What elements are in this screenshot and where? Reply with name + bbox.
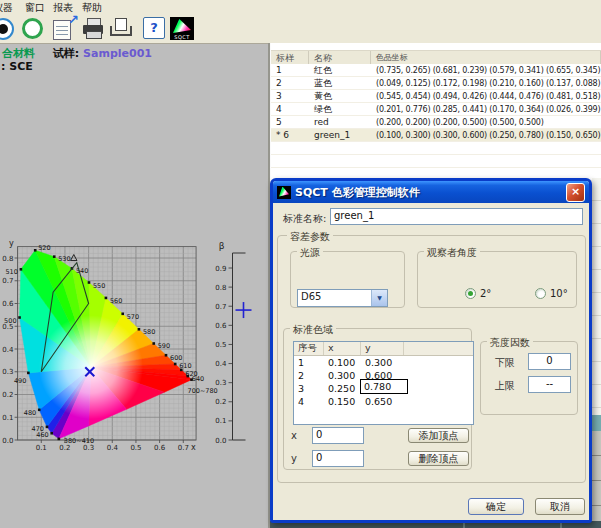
light-source-label: 光源 [297, 246, 323, 260]
sample-name: Sample001 [83, 47, 152, 60]
y-label: y [291, 453, 297, 464]
vertex-list-header: 序号xy [294, 342, 473, 356]
close-icon[interactable]: × [566, 183, 585, 202]
svg-text:0.5: 0.5 [215, 341, 226, 349]
sqct-logo-icon[interactable]: SQCT [170, 17, 195, 41]
vertex-list[interactable]: 序号xy 10.1000.30020.3000.60030.25040.1500… [293, 341, 474, 425]
cancel-button[interactable]: 取消 [535, 498, 585, 515]
svg-text:0.3: 0.3 [215, 379, 226, 387]
menu-instrument[interactable]: 仪器 [0, 1, 13, 15]
standards-row[interactable]: 5red(0.200, 0.200) (0.200, 0.500) (0.500… [271, 116, 601, 129]
svg-text:550: 550 [93, 282, 105, 290]
help-icon[interactable]: ? [143, 17, 168, 41]
standards-row[interactable]: 4绿色(0.201, 0.776) (0.285, 0.441) (0.170,… [271, 103, 601, 116]
vertex-column-header[interactable]: x [324, 342, 361, 355]
radio-selected-icon [465, 288, 476, 299]
y-input[interactable]: 0 [312, 450, 364, 467]
svg-text:470: 470 [32, 425, 44, 433]
ok-button[interactable]: 确定 [468, 498, 524, 515]
svg-text:β: β [219, 241, 225, 251]
radio-10deg-label: 10° [550, 288, 568, 299]
svg-text:y: y [9, 239, 14, 248]
svg-text:0.8: 0.8 [215, 284, 226, 292]
standards-row-empty[interactable] [271, 142, 601, 155]
svg-text:0.1: 0.1 [215, 417, 226, 425]
svg-text:0.2: 0.2 [215, 398, 226, 406]
standards-table-body: 1红色(0.735, 0.265) (0.681, 0.239) (0.579,… [271, 64, 601, 181]
standards-row[interactable]: 1红色(0.735, 0.265) (0.681, 0.239) (0.579,… [271, 64, 601, 77]
x-input[interactable]: 0 [312, 427, 364, 444]
svg-text:0.5: 0.5 [2, 323, 13, 331]
vertex-row[interactable]: 40.1500.650 [294, 395, 473, 408]
chromaticity-chart[interactable]: 380~410460470480490500510520530540550560… [0, 235, 268, 465]
standards-row[interactable]: * 6green_1(0.100, 0.300) (0.300, 0.600) … [271, 129, 601, 142]
standards-row[interactable]: 3黄色(0.545, 0.454) (0.494, 0.426) (0.444,… [271, 90, 601, 103]
radio-unselected-icon [535, 288, 546, 299]
standards-row-empty[interactable] [271, 155, 601, 168]
dialog-titlebar[interactable]: SQCT 色彩管理控制软件 × [273, 181, 589, 203]
svg-text:0.2: 0.2 [59, 444, 70, 452]
upper-limit-label: 上限 [495, 379, 515, 393]
svg-text:x: x [191, 443, 196, 452]
upper-limit-input[interactable]: -- [528, 376, 571, 393]
standard-gamut-label: 标准色域 [290, 323, 336, 337]
print-icon[interactable] [82, 17, 107, 41]
svg-text:490: 490 [14, 377, 26, 385]
vertex-column-header[interactable]: 序号 [294, 342, 324, 355]
svg-text:0.8: 0.8 [2, 255, 13, 263]
x-label: x [291, 430, 297, 441]
delete-vertex-button[interactable]: 删除顶点 [408, 451, 469, 466]
sqct-main-window: 仪器 窗口 报表 帮助 ↗ ? SQCT 合材料 [0, 0, 601, 528]
export-icon[interactable] [109, 17, 134, 41]
svg-text:0.4: 0.4 [107, 444, 119, 452]
svg-text:0.1: 0.1 [36, 444, 47, 452]
standard-name-label: 标准名称: [283, 212, 326, 226]
svg-text:0.0: 0.0 [215, 437, 226, 445]
svg-text:0.3: 0.3 [2, 368, 13, 376]
svg-text:560: 560 [110, 297, 122, 305]
chevron-down-icon[interactable]: ▼ [371, 290, 387, 306]
menu-window[interactable]: 窗口 [25, 1, 45, 15]
svg-text:0.7: 0.7 [2, 277, 13, 285]
add-vertex-button[interactable]: 添加顶点 [408, 428, 469, 443]
svg-text:0.6: 0.6 [215, 322, 227, 330]
lower-limit-input[interactable]: 0 [528, 353, 571, 370]
background-table-sliver [592, 178, 601, 521]
svg-text:580: 580 [143, 328, 155, 336]
mode-label: : SCE [1, 60, 33, 73]
svg-text:0.4: 0.4 [2, 346, 14, 354]
light-source-select[interactable]: D65 ▼ [297, 289, 388, 307]
report-icon[interactable]: ↗ [52, 17, 77, 41]
svg-text:510: 510 [5, 268, 17, 276]
svg-text:570: 570 [127, 313, 139, 321]
standards-row[interactable]: 2蓝色(0.049, 0.125) (0.172, 0.198) (0.210,… [271, 77, 601, 90]
svg-text:0.7: 0.7 [178, 444, 189, 452]
svg-text:0.2: 0.2 [2, 391, 13, 399]
sqct-logo-text: SQCT [170, 34, 194, 40]
svg-text:530: 530 [58, 255, 70, 263]
standard-name-input[interactable]: green_1 [330, 208, 583, 225]
sqct-dialog: SQCT 色彩管理控制软件 × 标准名称: green_1 容差参数 光源 D6… [270, 178, 592, 523]
column-header[interactable]: 标样 [271, 51, 309, 64]
observer-angle-label: 观察者角度 [424, 246, 480, 260]
radio-observer-10deg[interactable]: 10° [535, 288, 568, 299]
svg-text:0.1: 0.1 [2, 414, 13, 422]
measure-target-icon[interactable] [0, 17, 17, 41]
svg-text:700~780: 700~780 [188, 387, 218, 395]
sample-info-line: 合材料 试样: Sample001 [2, 46, 152, 61]
calibration-ring-icon[interactable] [21, 17, 46, 41]
dialog-title: SQCT 色彩管理控制软件 [295, 185, 566, 200]
svg-text:640: 640 [192, 375, 204, 383]
menu-help[interactable]: 帮助 [82, 1, 102, 15]
column-header[interactable]: 色品坐标 [371, 51, 601, 64]
toolbar: ↗ ? SQCT [0, 15, 601, 44]
vertex-row[interactable]: 10.1000.300 [294, 356, 473, 369]
svg-text:0.3: 0.3 [83, 444, 94, 452]
svg-text:480: 480 [24, 409, 36, 417]
vertex-edit-cell[interactable]: 0.780 [360, 379, 408, 394]
radio-2deg-label: 2° [480, 288, 491, 299]
vertex-column-header[interactable]: y [361, 342, 404, 355]
menu-bar: 仪器 窗口 报表 帮助 [0, 0, 601, 15]
radio-observer-2deg[interactable]: 2° [465, 288, 491, 299]
column-header[interactable]: 名称 [309, 51, 371, 64]
